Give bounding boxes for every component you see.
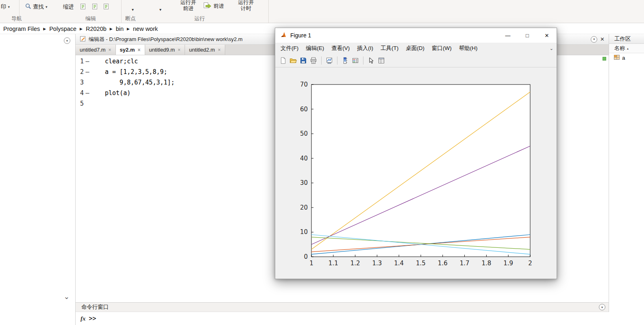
menu-edit[interactable]: 编辑(E) bbox=[302, 45, 328, 52]
workspace-variable-row[interactable]: a bbox=[609, 53, 644, 62]
indent-button[interactable]: 缩进 bbox=[63, 3, 74, 11]
name-header-label: 名称 bbox=[614, 45, 625, 52]
menu-overflow-icon[interactable]: ⌄ bbox=[550, 46, 557, 51]
svg-text:1.6: 1.6 bbox=[438, 260, 448, 267]
svg-text:20: 20 bbox=[300, 204, 308, 211]
figure-title-bar[interactable]: Figure 1 — □ ✕ bbox=[275, 28, 557, 43]
editor-close-button[interactable]: ✕ bbox=[600, 36, 605, 42]
toolstrip-separator bbox=[268, 0, 269, 23]
menu-tools[interactable]: 工具(T) bbox=[377, 45, 402, 52]
tab-untitled2[interactable]: untitled2.m × bbox=[185, 45, 225, 55]
edit-plot-cursor-icon[interactable] bbox=[368, 57, 375, 64]
tab-close-icon[interactable]: × bbox=[218, 47, 221, 53]
indent-right-icon[interactable] bbox=[103, 3, 109, 11]
breakpoint-marker[interactable]: — bbox=[84, 56, 91, 67]
figure-window[interactable]: Figure 1 — □ ✕ 文件(F) 编辑(E) 查看(V) 插入(I) 工… bbox=[275, 28, 557, 279]
svg-text:1.9: 1.9 bbox=[503, 260, 513, 267]
menu-help[interactable]: 帮助(H) bbox=[455, 45, 481, 52]
code-analyzer-indicator[interactable] bbox=[603, 57, 606, 61]
indent-left-icon[interactable] bbox=[91, 3, 98, 11]
find-button[interactable]: 查找 ▾ bbox=[25, 3, 48, 11]
line-number: 2 bbox=[76, 67, 84, 77]
svg-text:40: 40 bbox=[300, 155, 308, 162]
figure-menu-bar: 文件(F) 编辑(E) 查看(V) 插入(I) 工具(T) 桌面(D) 窗口(W… bbox=[275, 43, 557, 54]
dropdown-arrow-icon: ▾ bbox=[8, 5, 10, 9]
print-label: 印 bbox=[1, 3, 7, 11]
command-window-title: 命令行窗口 bbox=[81, 303, 109, 311]
insert-legend-icon[interactable] bbox=[352, 57, 359, 64]
breadcrumb-item[interactable]: new work bbox=[132, 26, 159, 32]
link-plot-icon[interactable] bbox=[326, 57, 333, 64]
advance-button[interactable]: 前进 bbox=[203, 2, 224, 10]
sort-ascending-icon: ▴ bbox=[627, 47, 629, 50]
command-window-collapse-button[interactable]: ▼ bbox=[599, 304, 605, 310]
run-dropdown[interactable]: ▾ bbox=[159, 7, 161, 12]
tab-close-icon[interactable]: × bbox=[137, 47, 140, 53]
dropdown-arrow-icon: ▾ bbox=[132, 7, 134, 12]
run-time-button[interactable]: 运行并计时 bbox=[237, 0, 255, 11]
breadcrumb-item[interactable]: Program Files bbox=[2, 26, 41, 32]
breadcrumb-separator-icon: ▶ bbox=[80, 27, 83, 31]
command-prompt-area[interactable]: fx >> bbox=[76, 312, 644, 325]
breakpoints-dropdown[interactable]: ▾ bbox=[132, 7, 134, 12]
current-folder-panel: ▼ ⌄ bbox=[0, 34, 76, 325]
section-label-run: 运行 bbox=[194, 15, 205, 22]
code-text: clear;clc bbox=[91, 56, 138, 67]
breadcrumb-item[interactable]: Polyspace bbox=[48, 26, 77, 32]
toolbar-separator bbox=[363, 56, 363, 65]
tab-close-icon[interactable]: × bbox=[109, 47, 111, 53]
menu-view[interactable]: 查看(V) bbox=[328, 45, 353, 52]
insert-colorbar-icon[interactable] bbox=[342, 57, 349, 64]
breakpoint-marker[interactable] bbox=[84, 98, 91, 109]
collapse-icon: ▼ bbox=[593, 38, 596, 41]
close-button[interactable]: ✕ bbox=[537, 28, 557, 43]
tab-close-icon[interactable]: × bbox=[178, 47, 181, 53]
breadcrumb-separator-icon: ▶ bbox=[127, 27, 130, 31]
search-icon bbox=[25, 3, 31, 11]
details-chevron-icon[interactable]: ⌄ bbox=[64, 292, 70, 301]
line-number: 4 bbox=[76, 88, 84, 98]
print-figure-icon[interactable] bbox=[310, 57, 317, 64]
run-advance-button[interactable]: 运行并前进 bbox=[179, 0, 198, 11]
code-text: 9,8,67,45,3,1]; bbox=[91, 77, 175, 88]
tab-untitled7[interactable]: untitled7.m × bbox=[76, 45, 116, 55]
print-button[interactable]: 印 ▾ bbox=[1, 3, 10, 11]
tab-untitled9[interactable]: untitled9.m × bbox=[145, 45, 185, 55]
smart-indent-icon[interactable] bbox=[80, 3, 86, 11]
figure-canvas[interactable]: 11.11.21.31.41.51.61.71.81.9201020304050… bbox=[275, 68, 557, 279]
editor-title: 编辑器 - D:\Program Files\Polyspace\R2020b\… bbox=[89, 36, 243, 43]
advance-icon bbox=[203, 2, 211, 10]
property-inspector-icon[interactable] bbox=[378, 57, 385, 64]
breadcrumb-item[interactable]: R2020b bbox=[85, 26, 107, 32]
breakpoint-marker[interactable]: — bbox=[84, 67, 91, 77]
breadcrumb-item[interactable]: bin bbox=[115, 26, 124, 32]
breakpoint-marker[interactable] bbox=[84, 77, 91, 88]
line-number: 1 bbox=[76, 56, 84, 67]
indent-label: 缩进 bbox=[63, 3, 74, 11]
editor-minimize-button[interactable]: ▼ bbox=[591, 36, 597, 43]
maximize-button[interactable]: □ bbox=[518, 28, 537, 43]
minimize-button[interactable]: — bbox=[498, 28, 518, 43]
code-text: a = [1,2,3,5,8,9; bbox=[91, 67, 168, 77]
menu-window[interactable]: 窗口(W) bbox=[428, 45, 455, 52]
open-file-icon[interactable] bbox=[289, 57, 297, 64]
svg-text:1.1: 1.1 bbox=[329, 260, 338, 267]
find-label: 查找 bbox=[33, 3, 44, 11]
panel-collapse-button[interactable]: ▼ bbox=[64, 37, 70, 44]
menu-insert[interactable]: 插入(I) bbox=[353, 45, 377, 52]
tab-sy2[interactable]: sy2.m × bbox=[116, 45, 145, 55]
window-controls: — □ ✕ bbox=[498, 28, 557, 43]
collapse-icon: ▼ bbox=[66, 39, 69, 42]
breadcrumb-separator-icon: ▶ bbox=[43, 27, 46, 31]
menu-desktop[interactable]: 桌面(D) bbox=[402, 45, 428, 52]
plot-axes[interactable]: 11.11.21.31.41.51.61.71.81.9201020304050… bbox=[275, 68, 557, 279]
breakpoint-marker[interactable]: — bbox=[84, 88, 91, 98]
menu-file[interactable]: 文件(F) bbox=[277, 45, 302, 52]
line-number: 3 bbox=[76, 77, 84, 88]
svg-text:30: 30 bbox=[300, 179, 308, 186]
matlab-logo-icon bbox=[280, 32, 287, 39]
new-figure-icon[interactable] bbox=[279, 57, 287, 64]
section-label-navigate: 导航 bbox=[11, 15, 22, 22]
save-figure-icon[interactable] bbox=[300, 57, 307, 64]
workspace-name-column-header[interactable]: 名称 ▴ bbox=[609, 44, 644, 53]
